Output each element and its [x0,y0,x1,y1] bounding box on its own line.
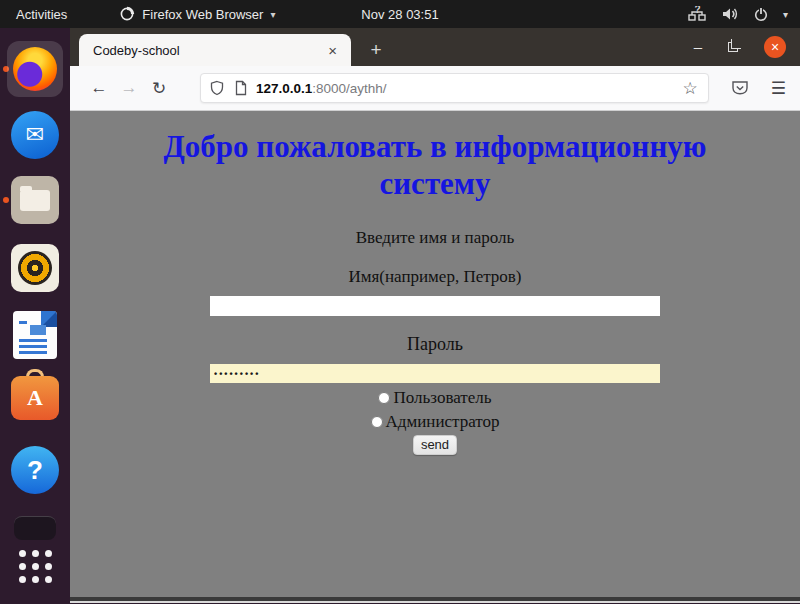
software-a-glyph: A [27,385,43,411]
activities-button[interactable]: Activities [0,0,83,28]
volume-icon[interactable] [721,6,739,22]
password-input[interactable] [210,364,660,383]
thunderbird-icon: ✉ [26,122,44,148]
navigation-toolbar: ← → ↻ 127.0.0.1:8000/aythh/ ☆ ☰ [70,66,800,111]
minimize-button[interactable]: – [694,42,702,52]
svg-text:?: ? [694,6,700,15]
url-path: :8000/aythh/ [312,81,386,96]
image-placeholder-icon [30,325,46,335]
dock-item-help[interactable]: ? [11,446,59,494]
firefox-icon [13,47,57,91]
page-title: Добро пожаловать в информационную систем… [140,128,730,202]
url-host: 127.0.0.1 [256,81,312,96]
user-radio[interactable] [378,392,390,404]
files-running-indicator [3,197,9,203]
help-question-icon: ? [27,455,43,486]
forward-button[interactable]: → [114,73,144,103]
tab-close-icon[interactable]: × [324,42,341,59]
send-button[interactable]: send [413,435,457,455]
dock-item-files[interactable] [11,176,59,224]
app-menu-label: Firefox Web Browser [142,7,263,22]
shield-icon[interactable] [209,80,225,96]
firefox-symbolic-icon [119,6,135,22]
password-label: Пароль [70,334,800,355]
hamburger-menu-icon[interactable]: ☰ [771,78,786,99]
tray-chevron-icon[interactable]: ▾ [783,9,788,20]
admin-radio-label: Администратор [386,412,500,432]
url-text: 127.0.0.1:8000/aythh/ [256,81,681,96]
user-radio-label: Пользователь [393,388,491,408]
reload-button[interactable]: ↻ [144,73,174,103]
web-page: Добро пожаловать в информационную систем… [70,111,800,597]
system-top-bar: Activities Firefox Web Browser ▾ Nov 28 … [0,0,800,28]
clock[interactable]: Nov 28 03:51 [361,0,438,28]
back-button[interactable]: ← [84,73,114,103]
close-window-button[interactable]: × [764,36,786,58]
desktop: Activities Firefox Web Browser ▾ Nov 28 … [0,0,800,604]
role-option-user: Пользователь [70,388,800,407]
app-menu-button[interactable]: Firefox Web Browser ▾ [111,0,283,28]
tab-title: Codeby-school [93,43,324,58]
dock-item-dark-app[interactable] [14,516,56,540]
dock-item-rhythmbox[interactable] [11,244,59,292]
pocket-icon[interactable] [731,80,749,96]
page-info-icon[interactable] [234,80,248,96]
firefox-window: Codeby-school × + – × ← → ↻ [70,28,800,604]
dock-item-libreoffice-writer[interactable] [13,311,57,359]
dock: ✉ A ? [0,28,70,604]
admin-radio[interactable] [371,416,383,428]
folder-icon [20,190,50,211]
url-bar[interactable]: 127.0.0.1:8000/aythh/ ☆ [200,73,709,103]
network-question-icon[interactable]: ? [688,6,707,22]
tab-bar: Codeby-school × + – × [70,28,800,66]
chevron-down-icon: ▾ [270,9,275,20]
system-tray: ? ▾ [688,0,794,28]
name-label: Имя(например, Петров) [70,267,800,287]
speaker-icon [18,251,52,285]
power-icon[interactable] [753,6,769,22]
show-applications-button[interactable] [17,548,53,584]
dock-item-firefox[interactable] [7,41,63,97]
dock-item-thunderbird[interactable]: ✉ [11,111,59,159]
restore-button[interactable] [728,42,738,52]
login-prompt: Введите имя и пароль [70,228,800,248]
window-controls: – × [694,28,786,66]
role-option-admin: Администратор [70,412,800,431]
tab-codeby-school[interactable]: Codeby-school × [79,34,351,66]
new-tab-button[interactable]: + [362,36,390,64]
bookmark-star-icon[interactable]: ☆ [681,78,700,99]
dock-item-ubuntu-software[interactable]: A [11,376,59,420]
name-input[interactable] [210,296,660,316]
